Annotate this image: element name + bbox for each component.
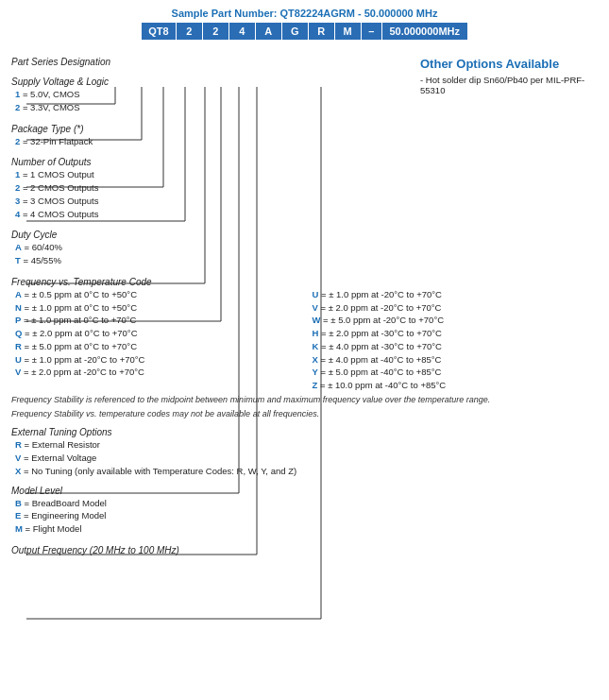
freq-temp-left-1: N = ± 1.0 ppm at 0°C to +50°C bbox=[11, 301, 303, 315]
freq-temp-right-7: Z = ± 10.0 ppm at -40°C to +85°C bbox=[309, 379, 601, 392]
freq-temp-right-col: U = ± 1.0 ppm at -20°C to +70°C V = ± 2.… bbox=[309, 288, 601, 392]
duty-cycle-title: Duty Cycle bbox=[11, 230, 600, 240]
pn-seg-2a: 2 bbox=[177, 23, 203, 40]
pn-seg-freq: 50.000000MHz bbox=[382, 23, 467, 40]
pn-seg-qt8: QT8 bbox=[142, 23, 176, 40]
model-level-item-0: B = BreadBoard Model bbox=[11, 497, 600, 510]
output-freq-title: Output Frequency (20 MHz to 100 MHz) bbox=[11, 545, 600, 555]
ext-tuning-item-0: R = External Resistor bbox=[11, 438, 600, 452]
freq-temp-left-2: P = ± 1.0 ppm at 0°C to +70°C bbox=[11, 314, 303, 327]
freq-temp-left-0: A = ± 0.5 ppm at 0°C to +50°C bbox=[11, 288, 303, 301]
field-model-level: Model Level B = BreadBoard Model E = Eng… bbox=[11, 486, 600, 536]
freq-temp-right-5: X = ± 4.0 ppm at -40°C to +85°C bbox=[309, 353, 601, 367]
part-series-title: Part Series Designation bbox=[11, 57, 600, 67]
supply-voltage-title: Supply Voltage & Logic bbox=[11, 77, 600, 87]
diagram-wrapper: Other Options Available - Hot solder dip… bbox=[9, 57, 600, 642]
main-container: Sample Part Number: QT82224AGRM - 50.000… bbox=[0, 0, 609, 650]
freq-temp-left-col: A = ± 0.5 ppm at 0°C to +50°C N = ± 1.0 … bbox=[11, 288, 303, 392]
field-package-type: Package Type (*) 2 = 32-Pin Flatpack bbox=[11, 124, 600, 148]
freq-temp-note-1: Frequency Stability vs. temperature code… bbox=[11, 408, 600, 420]
field-ext-tuning: External Tuning Options R = External Res… bbox=[11, 427, 600, 477]
field-part-series: Part Series Designation bbox=[11, 57, 600, 67]
freq-temp-left-4: R = ± 5.0 ppm at 0°C to +70°C bbox=[11, 340, 303, 353]
freq-temp-left-3: Q = ± 2.0 ppm at 0°C to +70°C bbox=[11, 327, 303, 340]
ext-tuning-item-1: V = External Voltage bbox=[11, 452, 600, 465]
freq-temp-columns: A = ± 0.5 ppm at 0°C to +50°C N = ± 1.0 … bbox=[11, 288, 600, 392]
duty-cycle-item-0: A = 60/40% bbox=[11, 241, 600, 254]
pn-seg-dash: – bbox=[362, 23, 382, 40]
num-outputs-title: Number of Outputs bbox=[11, 157, 600, 167]
freq-temp-right-4: K = ± 4.0 ppm at -30°C to +70°C bbox=[309, 340, 601, 353]
supply-voltage-item-0: 1 = 5.0V, CMOS bbox=[11, 88, 600, 101]
model-level-title: Model Level bbox=[11, 486, 600, 496]
field-freq-temp: Frequency vs. Temperature Code A = ± 0.5… bbox=[11, 277, 600, 419]
package-type-item-0: 2 = 32-Pin Flatpack bbox=[11, 135, 600, 148]
pn-seg-r: R bbox=[309, 23, 335, 40]
pn-seg-4: 4 bbox=[229, 23, 256, 40]
num-outputs-item-0: 1 = 1 CMOS Output bbox=[11, 168, 600, 181]
freq-temp-left-5: U = ± 1.0 ppm at -20°C to +70°C bbox=[11, 353, 303, 367]
part-number-bar: QT8 2 2 4 A G R M – 50.000000MHz bbox=[9, 23, 600, 40]
freq-temp-title: Frequency vs. Temperature Code bbox=[11, 277, 600, 287]
sample-title: Sample Part Number: QT82224AGRM - 50.000… bbox=[9, 8, 600, 19]
num-outputs-item-1: 2 = 2 CMOS Outputs bbox=[11, 181, 600, 195]
freq-temp-right-1: V = ± 2.0 ppm at -20°C to +70°C bbox=[309, 301, 601, 315]
freq-temp-note-0: Frequency Stability is referenced to the… bbox=[11, 394, 600, 406]
duty-cycle-item-1: T = 45/55% bbox=[11, 254, 600, 267]
field-num-outputs: Number of Outputs 1 = 1 CMOS Output 2 = … bbox=[11, 157, 600, 220]
freq-temp-right-3: H = ± 2.0 ppm at -30°C to +70°C bbox=[309, 327, 601, 340]
package-type-title: Package Type (*) bbox=[11, 124, 600, 134]
field-supply-voltage: Supply Voltage & Logic 1 = 5.0V, CMOS 2 … bbox=[11, 77, 600, 114]
num-outputs-item-2: 3 = 3 CMOS Outputs bbox=[11, 195, 600, 208]
freq-temp-right-0: U = ± 1.0 ppm at -20°C to +70°C bbox=[309, 288, 601, 301]
pn-seg-a: A bbox=[256, 23, 282, 40]
freq-temp-right-6: Y = ± 5.0 ppm at -40°C to +85°C bbox=[309, 366, 601, 379]
pn-seg-g: G bbox=[282, 23, 309, 40]
ext-tuning-item-2: X = No Tuning (only available with Tempe… bbox=[11, 465, 600, 478]
freq-temp-right-2: W = ± 5.0 ppm at -20°C to +70°C bbox=[309, 314, 601, 327]
pn-seg-m: M bbox=[335, 23, 362, 40]
num-outputs-item-3: 4 = 4 CMOS Outputs bbox=[11, 208, 600, 221]
freq-temp-left-6: V = ± 2.0 ppm at -20°C to +70°C bbox=[11, 366, 303, 379]
field-duty-cycle: Duty Cycle A = 60/40% T = 45/55% bbox=[11, 230, 600, 267]
all-content: Other Options Available - Hot solder dip… bbox=[9, 57, 600, 555]
field-output-freq: Output Frequency (20 MHz to 100 MHz) bbox=[11, 545, 600, 555]
pn-seg-2b: 2 bbox=[203, 23, 229, 40]
model-level-item-1: E = Engineering Model bbox=[11, 509, 600, 522]
model-level-item-2: M = Flight Model bbox=[11, 522, 600, 536]
supply-voltage-item-1: 2 = 3.3V, CMOS bbox=[11, 101, 600, 114]
ext-tuning-title: External Tuning Options bbox=[11, 427, 600, 437]
